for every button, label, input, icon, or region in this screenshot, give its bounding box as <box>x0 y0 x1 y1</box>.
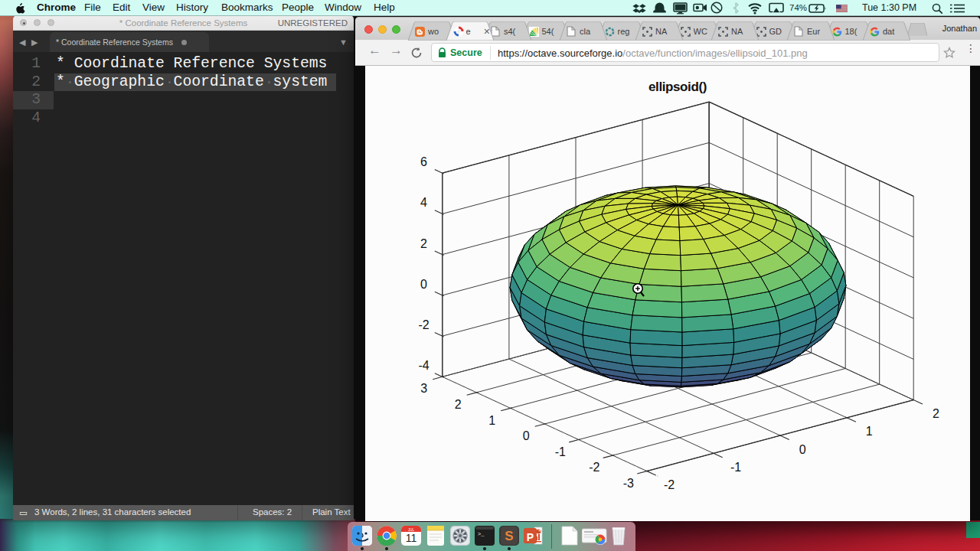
svg-text:11: 11 <box>406 532 417 544</box>
svg-text:-2: -2 <box>418 318 429 331</box>
svg-text:4: 4 <box>420 196 427 209</box>
svg-text:-4: -4 <box>418 359 429 372</box>
svg-text:3: 3 <box>420 382 427 395</box>
svg-text:P: P <box>527 531 534 543</box>
svg-text:2: 2 <box>420 237 427 250</box>
svg-text:2: 2 <box>455 398 462 411</box>
svg-text:1: 1 <box>488 414 495 427</box>
svg-text:0: 0 <box>420 278 427 291</box>
svg-text:-1: -1 <box>555 445 566 458</box>
svg-text:-2: -2 <box>589 461 599 474</box>
svg-text:-3: -3 <box>623 477 634 490</box>
svg-text:1: 1 <box>866 425 873 438</box>
svg-text:0: 0 <box>799 443 806 456</box>
svg-text:2: 2 <box>933 407 939 420</box>
svg-text:0: 0 <box>523 429 530 442</box>
svg-text:ellipsoid(): ellipsoid() <box>648 80 707 94</box>
svg-text:-1: -1 <box>730 461 741 474</box>
svg-text:S: S <box>505 529 513 543</box>
svg-text:>_: >_ <box>478 531 485 537</box>
svg-text:-2: -2 <box>664 478 675 491</box>
svg-text:6: 6 <box>420 155 427 168</box>
